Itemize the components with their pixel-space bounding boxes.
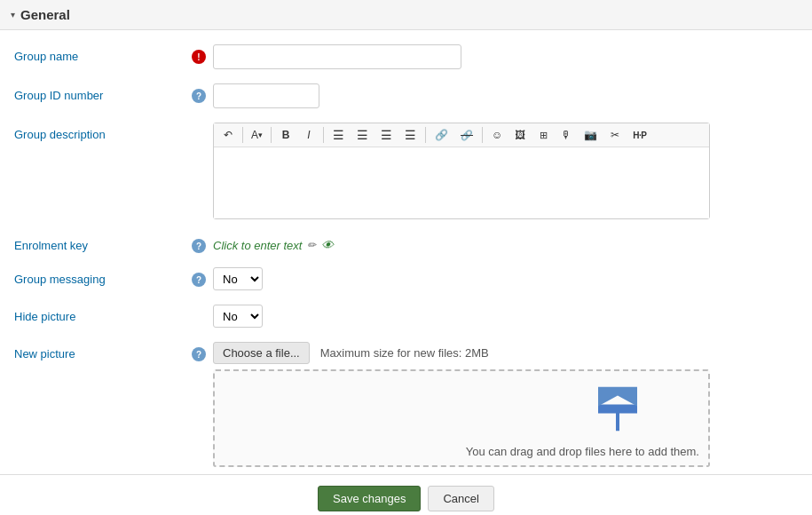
group-id-help[interactable]: ? [192,83,213,103]
svg-marker-0 [598,405,637,432]
undo-button[interactable]: ↶ [217,125,239,145]
save-button[interactable]: Save changes [318,486,421,511]
choose-file-button[interactable]: Choose a file... [213,342,310,364]
help-icon-picture[interactable]: ? [192,347,206,361]
enrolment-key-help[interactable]: ? [192,234,213,253]
hide-picture-help [192,305,213,310]
group-description-help [192,123,213,128]
snippet-button[interactable]: ✂ [604,125,626,145]
group-name-control [213,44,798,69]
file-upload-row: Choose a file... Maximum size for new fi… [213,342,798,364]
group-description-control: ↶ A ▾ B I ☰ ☰ ☰ ☰ 🔗 🔗 [213,123,798,219]
new-picture-label: New picture [14,342,192,360]
drop-zone-text: You can drag and drop files here to add … [457,438,708,465]
section-title: General [20,7,70,22]
max-size-label: Maximum size for new files: 2MB [320,346,489,360]
toolbar-divider-1 [242,127,243,143]
group-id-control [213,83,798,108]
page-container: ▾ General Group name ! Group ID number ? [0,0,812,515]
group-name-input[interactable] [213,44,461,69]
hide-picture-select[interactable]: No Yes [213,305,263,328]
help-icon-messaging[interactable]: ? [192,273,206,287]
group-id-row: Group ID number ? [0,76,812,115]
group-messaging-row: Group messaging ? No Yes [0,260,812,297]
enrolment-key-click[interactable]: Click to enter text ✏ 👁 [213,234,798,252]
group-messaging-help[interactable]: ? [192,267,213,287]
font-button[interactable]: A ▾ [247,125,267,145]
group-messaging-control: No Yes [213,267,798,290]
table-button[interactable]: ⊞ [532,125,554,145]
cancel-button[interactable]: Cancel [428,486,493,511]
enrolment-key-row: Enrolment key ? Click to enter text ✏ 👁 [0,226,812,260]
group-name-help: ! [192,44,213,64]
help-icon-enrolment[interactable]: ? [192,239,206,253]
indent-right-button[interactable]: ☰ [399,125,422,145]
svg-marker-2 [598,387,637,407]
indent-left-button[interactable]: ☰ [375,125,398,145]
group-name-row: Group name ! [0,37,812,76]
hide-picture-row: Hide picture No Yes [0,297,812,335]
group-id-input[interactable] [213,83,319,108]
required-icon: ! [192,50,206,64]
group-name-label: Group name [14,44,192,63]
emoji-button[interactable]: ☺ [486,125,508,145]
bottom-bar: Save changes Cancel [0,474,812,515]
group-description-row: Group description ↶ A ▾ B I ☰ ☰ ☰ [0,115,812,226]
group-messaging-select[interactable]: No Yes [213,267,263,290]
toolbar-divider-4 [425,127,426,143]
link-button[interactable]: 🔗 [430,125,453,145]
italic-button[interactable]: I [298,125,319,145]
editor-toolbar: ↶ A ▾ B I ☰ ☰ ☰ ☰ 🔗 🔗 [214,123,709,147]
chevron-icon: ▾ [11,10,15,20]
bold-button[interactable]: B [275,125,296,145]
hide-picture-control: No Yes [213,305,798,328]
group-description-label: Group description [14,123,192,141]
audio-button[interactable]: 🎙 [556,125,577,145]
new-picture-row: New picture ? Choose a file... Maximum s… [0,335,812,474]
description-editor[interactable] [214,147,709,218]
drop-arrow-icon [598,387,637,440]
unlink-button[interactable]: 🔗 [455,125,478,145]
new-picture-control: Choose a file... Maximum size for new fi… [213,342,798,467]
editor-container: ↶ A ▾ B I ☰ ☰ ☰ ☰ 🔗 🔗 [213,123,710,219]
ul-button[interactable]: ☰ [327,125,350,145]
hide-picture-label: Hide picture [14,305,192,323]
enrolment-key-label: Enrolment key [14,234,192,252]
toolbar-divider-2 [271,127,272,143]
image-button[interactable]: 🖼 [509,125,531,145]
pencil-icon: ✏ [307,239,316,251]
toolbar-divider-5 [482,127,483,143]
help-icon[interactable]: ? [192,89,206,103]
video-button[interactable]: 📷 [579,125,603,145]
form-body: Group name ! Group ID number ? Group des… [0,30,812,474]
ol-button[interactable]: ☰ [351,125,374,145]
drop-zone[interactable]: You can drag and drop files here to add … [213,369,710,467]
eye-icon: 👁 [321,238,334,252]
toolbar-divider-3 [323,127,324,143]
enrolment-key-placeholder: Click to enter text [213,239,302,252]
enrolment-key-control: Click to enter text ✏ 👁 [213,234,798,252]
new-picture-help[interactable]: ? [192,342,213,361]
group-id-label: Group ID number [14,83,192,102]
group-messaging-label: Group messaging [14,267,192,286]
hpaste-button[interactable]: H·P [627,125,651,145]
section-header[interactable]: ▾ General [0,0,812,30]
